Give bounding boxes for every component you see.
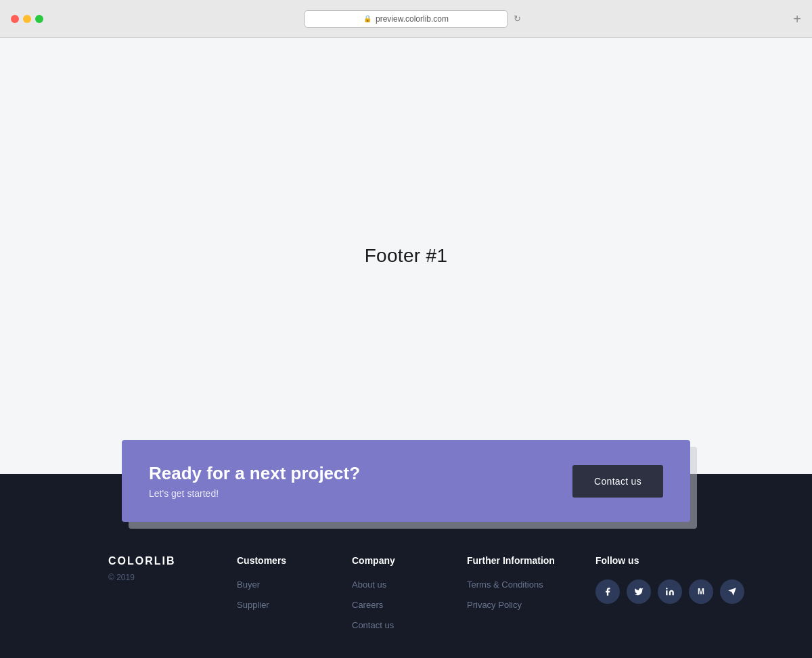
page-content: Footer #1 Ready for a next project? Let'… (0, 38, 812, 658)
supplier-link[interactable]: Supplier (237, 600, 269, 610)
new-tab-button[interactable]: + (793, 12, 801, 26)
browser-chrome: 🔒 preview.colorlib.com ↻ + (0, 0, 812, 38)
cta-subtext: Let's get started! (149, 488, 360, 499)
footer-col-customers: Customers Buyer Supplier (237, 555, 311, 631)
buyer-link[interactable]: Buyer (237, 579, 260, 590)
minimize-button[interactable] (23, 15, 31, 23)
list-item: Buyer (237, 578, 311, 590)
further-info-links: Terms & Conditions Privacy Policy (467, 578, 555, 611)
list-item: Supplier (237, 598, 311, 611)
footer-logo: COLORLIB (108, 555, 196, 567)
follow-title: Follow us (595, 555, 744, 566)
company-links: About us Careers Contact us (352, 578, 426, 631)
facebook-icon[interactable] (595, 579, 620, 604)
maximize-button[interactable] (35, 15, 43, 23)
footer-copyright: © 2019 (108, 573, 196, 582)
cta-text: Ready for a next project? Let's get star… (149, 463, 360, 499)
telegram-icon[interactable] (720, 579, 744, 604)
medium-icon[interactable]: M (689, 579, 713, 604)
footer-col-further-info: Further Information Terms & Conditions P… (467, 555, 555, 631)
contact-us-link[interactable]: Contact us (352, 620, 394, 630)
list-item: Contact us (352, 619, 426, 631)
further-info-title: Further Information (467, 555, 555, 566)
footer-brand: COLORLIB © 2019 (108, 555, 196, 631)
social-icons: M (595, 579, 744, 604)
linkedin-icon[interactable] (658, 579, 682, 604)
customers-title: Customers (237, 555, 311, 566)
list-item: Terms & Conditions (467, 578, 555, 590)
list-item: About us (352, 578, 426, 590)
cta-heading: Ready for a next project? (149, 463, 360, 484)
careers-link[interactable]: Careers (352, 600, 383, 610)
reload-button[interactable]: ↻ (514, 14, 521, 24)
cta-button[interactable]: Contact us (572, 465, 663, 498)
list-item: Careers (352, 598, 426, 611)
close-button[interactable] (11, 15, 19, 23)
upper-section: Footer #1 (0, 38, 812, 474)
footer-col-company: Company About us Careers Contact us (352, 555, 426, 631)
privacy-link[interactable]: Privacy Policy (467, 600, 522, 610)
svg-point-0 (666, 588, 667, 589)
cta-banner-wrapper: Ready for a next project? Let's get star… (122, 440, 690, 522)
traffic-lights (11, 15, 43, 23)
twitter-icon[interactable] (627, 579, 651, 604)
terms-link[interactable]: Terms & Conditions (467, 579, 543, 590)
list-item: Privacy Policy (467, 598, 555, 611)
about-us-link[interactable]: About us (352, 579, 386, 590)
customers-links: Buyer Supplier (237, 578, 311, 611)
medium-glyph: M (698, 587, 704, 596)
page-title: Footer #1 (365, 245, 448, 267)
footer-section: Ready for a next project? Let's get star… (0, 474, 812, 658)
url-text: preview.colorlib.com (376, 14, 449, 24)
company-title: Company (352, 555, 426, 566)
lock-icon: 🔒 (363, 15, 371, 22)
footer-col-social: Follow us M (595, 555, 744, 631)
cta-banner: Ready for a next project? Let's get star… (122, 440, 690, 522)
address-bar[interactable]: 🔒 preview.colorlib.com ↻ (304, 10, 508, 28)
